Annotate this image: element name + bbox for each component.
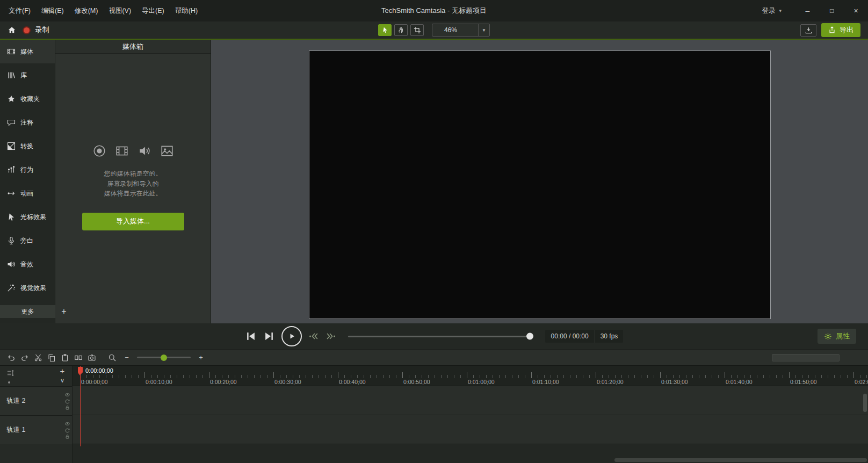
- jump-forward-icon: [326, 331, 336, 342]
- track-height-icon[interactable]: [6, 369, 15, 377]
- split-button[interactable]: [71, 351, 85, 364]
- export-button[interactable]: 导出: [821, 23, 860, 37]
- track-loop-icon[interactable]: [64, 398, 70, 404]
- redo-button[interactable]: [18, 351, 31, 364]
- timeline-ruler[interactable]: 0:00:00;00 0:00:10;00 0:00:20;00 0:00:30…: [73, 366, 868, 386]
- next-frame-button[interactable]: [263, 330, 275, 342]
- window-title: TechSmith Camtasia - 无标题项目: [381, 6, 487, 16]
- jump-back-icon: [308, 331, 319, 342]
- fps-display: 30 fps: [595, 330, 624, 343]
- microphone-icon: [7, 236, 16, 245]
- close-button[interactable]: ×: [844, 0, 868, 21]
- track-lock-icon[interactable]: [64, 433, 70, 439]
- ruler-label: 0:00:50;00: [403, 379, 430, 385]
- menu-modify[interactable]: 修改(M): [75, 6, 98, 16]
- cut-button[interactable]: [31, 351, 45, 364]
- import-media-button[interactable]: 导入媒体...: [82, 213, 184, 230]
- track-lane-2[interactable]: [73, 386, 868, 415]
- toolbar-right: 导出: [800, 23, 868, 37]
- vertical-scrollbar-thumb[interactable]: [863, 394, 867, 412]
- crop-tool-button[interactable]: [410, 24, 424, 36]
- menu-export[interactable]: 导出(E): [142, 6, 164, 16]
- download-icon: [805, 26, 813, 34]
- minimize-button[interactable]: –: [795, 0, 820, 21]
- track-lane-1[interactable]: [73, 415, 868, 444]
- track-header[interactable]: 轨道 1: [0, 415, 72, 444]
- playback-slider-thumb[interactable]: [526, 333, 533, 340]
- track-visibility-icon[interactable]: [64, 392, 70, 397]
- sidebar-item-media[interactable]: 媒体: [0, 40, 55, 63]
- timeline-zoom-slider[interactable]: [137, 357, 191, 358]
- sidebar-item-animations[interactable]: 动画: [0, 182, 55, 205]
- sidebar-more-button[interactable]: 更多: [0, 305, 55, 318]
- copy-icon: [47, 353, 56, 362]
- sidebar-item-library[interactable]: 库: [0, 63, 55, 87]
- dropdown-caret-icon: ▼: [478, 24, 489, 36]
- sidebar-item-visual-effects[interactable]: 视觉效果: [0, 276, 55, 300]
- properties-button[interactable]: 属性: [818, 329, 856, 344]
- ruler-label: 0:01:40;00: [726, 379, 753, 385]
- paste-icon: [61, 353, 69, 362]
- sidebar-item-voice-narration[interactable]: 旁白: [0, 229, 55, 252]
- select-tool-button[interactable]: [378, 24, 392, 36]
- jump-back-button[interactable]: [308, 331, 319, 342]
- hand-icon: [397, 26, 405, 34]
- sign-in-button[interactable]: 登录 ▾: [762, 6, 782, 16]
- download-button[interactable]: [800, 24, 816, 37]
- sidebar-item-label: 动画: [20, 189, 33, 198]
- magnifier-icon: [108, 353, 117, 362]
- menu-view[interactable]: 视图(V): [108, 6, 131, 16]
- track-header[interactable]: 轨道 2: [0, 386, 72, 415]
- sidebar-item-label: 收藏夹: [20, 95, 40, 104]
- track-indicator-dot: [8, 381, 10, 384]
- add-tab-button[interactable]: +: [57, 305, 71, 318]
- playhead-time: 0:00:00;00: [85, 367, 113, 374]
- record-button[interactable]: 录制: [23, 25, 49, 35]
- track-loop-icon[interactable]: [64, 427, 70, 433]
- media-bin-panel: 媒体箱 您的媒体箱是空的。 屏幕录制和导入的 媒体将显示在此处。 导入媒体...: [55, 40, 211, 323]
- library-icon: [7, 71, 16, 79]
- timeline-body: 0:00:00;00 0:00:10;00 0:00:20;00 0:00:30…: [73, 366, 868, 463]
- sidebar: 媒体 库 收藏夹 注释 转换 行为: [0, 40, 55, 323]
- media-bin-tab[interactable]: 媒体箱: [55, 40, 211, 54]
- undo-button[interactable]: [4, 351, 18, 364]
- sidebar-item-label: 库: [20, 71, 27, 80]
- timeline-scrollbar-thumb[interactable]: [772, 354, 840, 361]
- play-button[interactable]: [281, 326, 302, 346]
- maximize-button[interactable]: □: [820, 0, 844, 21]
- home-button[interactable]: [8, 26, 16, 34]
- sidebar-item-cursor-effects[interactable]: 光标效果: [0, 205, 55, 229]
- playback-slider[interactable]: [348, 336, 533, 337]
- zoom-out-button[interactable]: −: [122, 351, 131, 364]
- sidebar-item-annotations[interactable]: 注释: [0, 111, 55, 134]
- redo-icon: [20, 353, 29, 362]
- copy-button[interactable]: [45, 351, 58, 364]
- track-lock-icon[interactable]: [64, 404, 70, 410]
- collapse-tracks-button[interactable]: ∨: [57, 375, 68, 385]
- pan-tool-button[interactable]: [394, 24, 408, 36]
- paste-button[interactable]: [58, 351, 71, 364]
- sidebar-item-behaviors[interactable]: 行为: [0, 158, 55, 182]
- timeline-zoom-thumb[interactable]: [161, 355, 167, 361]
- menu-edit[interactable]: 编辑(E): [41, 6, 64, 16]
- add-track-button[interactable]: +: [57, 366, 68, 376]
- playhead-line[interactable]: [80, 366, 81, 446]
- toolbar: 录制 46% ▼ 导出: [0, 21, 868, 40]
- canvas-zoom-dropdown[interactable]: 46% ▼: [432, 24, 490, 37]
- record-icon: [23, 26, 31, 34]
- track-header-column: + ∨ 轨道 2 轨道 1: [0, 366, 73, 463]
- horizontal-scrollbar-thumb[interactable]: [614, 458, 867, 462]
- previous-frame-button[interactable]: [245, 330, 257, 342]
- jump-forward-button[interactable]: [326, 331, 336, 342]
- empty-line-1: 您的媒体箱是空的。: [104, 169, 162, 179]
- sidebar-item-label: 旁白: [20, 236, 33, 245]
- sidebar-item-transitions[interactable]: 转换: [0, 134, 55, 158]
- snapshot-button[interactable]: [85, 351, 98, 364]
- menu-help[interactable]: 帮助(H): [175, 6, 198, 16]
- sidebar-item-audio-effects[interactable]: 音效: [0, 252, 55, 276]
- sidebar-item-favorites[interactable]: 收藏夹: [0, 87, 55, 111]
- zoom-in-button[interactable]: +: [197, 351, 205, 364]
- preview-canvas[interactable]: [309, 50, 771, 319]
- track-visibility-icon[interactable]: [64, 421, 70, 426]
- menu-file[interactable]: 文件(F): [9, 6, 31, 16]
